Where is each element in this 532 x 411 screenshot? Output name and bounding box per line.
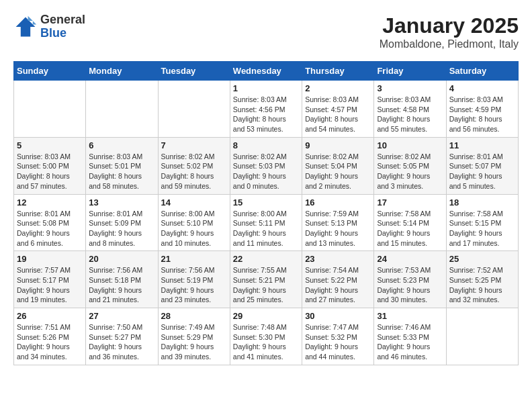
day-number: 6 (89, 140, 154, 150)
day-info: Sunrise: 8:03 AM Sunset: 5:01 PM Dayligh… (89, 152, 154, 191)
day-info: Sunrise: 7:49 AM Sunset: 5:29 PM Dayligh… (161, 322, 227, 362)
week-row-3: 12Sunrise: 8:01 AM Sunset: 5:08 PM Dayli… (14, 194, 519, 251)
day-info: Sunrise: 7:55 AM Sunset: 5:21 PM Dayligh… (233, 265, 299, 305)
calendar-cell (14, 81, 86, 138)
day-number: 11 (449, 140, 515, 150)
calendar-cell: 21Sunrise: 7:56 AM Sunset: 5:19 PM Dayli… (158, 251, 230, 308)
svg-marker-0 (16, 17, 36, 36)
calendar-cell: 16Sunrise: 7:59 AM Sunset: 5:13 PM Dayli… (302, 194, 374, 251)
calendar-cell: 31Sunrise: 7:46 AM Sunset: 5:33 PM Dayli… (374, 308, 446, 365)
logo: General Blue (13, 13, 85, 40)
day-number: 10 (377, 140, 443, 150)
page-header: General Blue January 2025 Mombaldone, Pi… (13, 13, 519, 50)
day-info: Sunrise: 8:03 AM Sunset: 4:58 PM Dayligh… (377, 95, 443, 134)
day-info: Sunrise: 7:59 AM Sunset: 5:13 PM Dayligh… (305, 209, 371, 248)
day-number: 3 (377, 83, 443, 93)
day-info: Sunrise: 7:46 AM Sunset: 5:33 PM Dayligh… (377, 322, 443, 362)
day-info: Sunrise: 7:50 AM Sunset: 5:27 PM Dayligh… (89, 322, 154, 362)
day-number: 22 (233, 254, 299, 264)
day-number: 28 (161, 311, 227, 321)
calendar-cell: 26Sunrise: 7:51 AM Sunset: 5:26 PM Dayli… (14, 308, 86, 365)
month-title: January 2025 (380, 13, 519, 38)
day-number: 14 (161, 197, 227, 208)
calendar-cell: 10Sunrise: 8:02 AM Sunset: 5:05 PM Dayli… (374, 137, 446, 194)
logo-icon (13, 15, 38, 39)
day-info: Sunrise: 8:00 AM Sunset: 5:11 PM Dayligh… (233, 209, 299, 248)
day-info: Sunrise: 8:00 AM Sunset: 5:10 PM Dayligh… (161, 209, 227, 248)
calendar-cell: 20Sunrise: 7:56 AM Sunset: 5:18 PM Dayli… (86, 251, 158, 308)
day-number: 26 (17, 311, 83, 321)
calendar-cell: 7Sunrise: 8:02 AM Sunset: 5:02 PM Daylig… (158, 137, 230, 194)
calendar-cell: 27Sunrise: 7:50 AM Sunset: 5:27 PM Dayli… (86, 308, 158, 365)
day-info: Sunrise: 7:56 AM Sunset: 5:18 PM Dayligh… (89, 265, 154, 305)
day-number: 5 (17, 140, 83, 150)
calendar-cell: 29Sunrise: 7:48 AM Sunset: 5:30 PM Dayli… (230, 308, 302, 365)
day-info: Sunrise: 7:51 AM Sunset: 5:26 PM Dayligh… (17, 322, 83, 362)
weekday-header-thursday: Thursday (302, 62, 374, 81)
week-row-1: 1Sunrise: 8:03 AM Sunset: 4:56 PM Daylig… (14, 81, 519, 138)
day-number: 21 (161, 254, 227, 264)
day-number: 13 (89, 197, 154, 208)
day-info: Sunrise: 7:58 AM Sunset: 5:14 PM Dayligh… (377, 209, 443, 248)
calendar-cell: 24Sunrise: 7:53 AM Sunset: 5:23 PM Dayli… (374, 251, 446, 308)
calendar-cell: 19Sunrise: 7:57 AM Sunset: 5:17 PM Dayli… (14, 251, 86, 308)
day-number: 29 (233, 311, 299, 321)
calendar-cell: 2Sunrise: 8:03 AM Sunset: 4:57 PM Daylig… (302, 81, 374, 138)
day-info: Sunrise: 8:03 AM Sunset: 5:00 PM Dayligh… (17, 152, 83, 191)
title-block: January 2025 Mombaldone, Piedmont, Italy (380, 13, 519, 50)
calendar-cell (158, 81, 230, 138)
day-info: Sunrise: 8:01 AM Sunset: 5:07 PM Dayligh… (449, 152, 515, 191)
calendar-cell: 11Sunrise: 8:01 AM Sunset: 5:07 PM Dayli… (446, 137, 518, 194)
day-number: 4 (449, 83, 515, 93)
day-info: Sunrise: 8:01 AM Sunset: 5:09 PM Dayligh… (89, 209, 154, 248)
weekday-header-saturday: Saturday (446, 62, 518, 81)
calendar-cell: 9Sunrise: 8:02 AM Sunset: 5:04 PM Daylig… (302, 137, 374, 194)
weekday-header-sunday: Sunday (14, 62, 86, 81)
day-number: 27 (89, 311, 154, 321)
day-number: 15 (233, 197, 299, 208)
day-info: Sunrise: 8:02 AM Sunset: 5:02 PM Dayligh… (161, 152, 227, 191)
calendar-cell: 17Sunrise: 7:58 AM Sunset: 5:14 PM Dayli… (374, 194, 446, 251)
day-number: 1 (233, 83, 299, 93)
day-number: 17 (377, 197, 443, 208)
calendar-cell: 28Sunrise: 7:49 AM Sunset: 5:29 PM Dayli… (158, 308, 230, 365)
week-row-5: 26Sunrise: 7:51 AM Sunset: 5:26 PM Dayli… (14, 308, 519, 365)
calendar-cell: 23Sunrise: 7:54 AM Sunset: 5:22 PM Dayli… (302, 251, 374, 308)
day-info: Sunrise: 8:02 AM Sunset: 5:05 PM Dayligh… (377, 152, 443, 191)
day-number: 23 (305, 254, 371, 264)
calendar-cell: 3Sunrise: 8:03 AM Sunset: 4:58 PM Daylig… (374, 81, 446, 138)
day-number: 7 (161, 140, 227, 150)
calendar-cell: 15Sunrise: 8:00 AM Sunset: 5:11 PM Dayli… (230, 194, 302, 251)
day-number: 24 (377, 254, 443, 264)
weekday-header-tuesday: Tuesday (158, 62, 230, 81)
day-number: 25 (449, 254, 515, 264)
day-info: Sunrise: 8:03 AM Sunset: 4:59 PM Dayligh… (449, 95, 515, 134)
day-number: 9 (305, 140, 371, 150)
day-info: Sunrise: 7:58 AM Sunset: 5:15 PM Dayligh… (449, 209, 515, 248)
calendar-cell: 5Sunrise: 8:03 AM Sunset: 5:00 PM Daylig… (14, 137, 86, 194)
location-text: Mombaldone, Piedmont, Italy (380, 38, 519, 50)
day-info: Sunrise: 8:01 AM Sunset: 5:08 PM Dayligh… (17, 209, 83, 248)
day-info: Sunrise: 7:54 AM Sunset: 5:22 PM Dayligh… (305, 265, 371, 305)
calendar-cell (446, 308, 518, 365)
day-number: 18 (449, 197, 515, 208)
day-info: Sunrise: 7:53 AM Sunset: 5:23 PM Dayligh… (377, 265, 443, 305)
weekday-header-row: SundayMondayTuesdayWednesdayThursdayFrid… (14, 62, 519, 81)
calendar-cell: 13Sunrise: 8:01 AM Sunset: 5:09 PM Dayli… (86, 194, 158, 251)
day-number: 16 (305, 197, 371, 208)
day-info: Sunrise: 8:02 AM Sunset: 5:03 PM Dayligh… (233, 152, 299, 191)
day-number: 19 (17, 254, 83, 264)
calendar-cell: 1Sunrise: 8:03 AM Sunset: 4:56 PM Daylig… (230, 81, 302, 138)
day-number: 30 (305, 311, 371, 321)
day-info: Sunrise: 8:03 AM Sunset: 4:56 PM Dayligh… (233, 95, 299, 134)
day-number: 2 (305, 83, 371, 93)
calendar-cell (86, 81, 158, 138)
day-info: Sunrise: 8:03 AM Sunset: 4:57 PM Dayligh… (305, 95, 371, 134)
calendar-cell: 12Sunrise: 8:01 AM Sunset: 5:08 PM Dayli… (14, 194, 86, 251)
day-info: Sunrise: 7:57 AM Sunset: 5:17 PM Dayligh… (17, 265, 83, 305)
calendar-cell: 30Sunrise: 7:47 AM Sunset: 5:32 PM Dayli… (302, 308, 374, 365)
weekday-header-monday: Monday (86, 62, 158, 81)
week-row-2: 5Sunrise: 8:03 AM Sunset: 5:00 PM Daylig… (14, 137, 519, 194)
calendar-table: SundayMondayTuesdayWednesdayThursdayFrid… (13, 61, 519, 365)
calendar-cell: 25Sunrise: 7:52 AM Sunset: 5:25 PM Dayli… (446, 251, 518, 308)
